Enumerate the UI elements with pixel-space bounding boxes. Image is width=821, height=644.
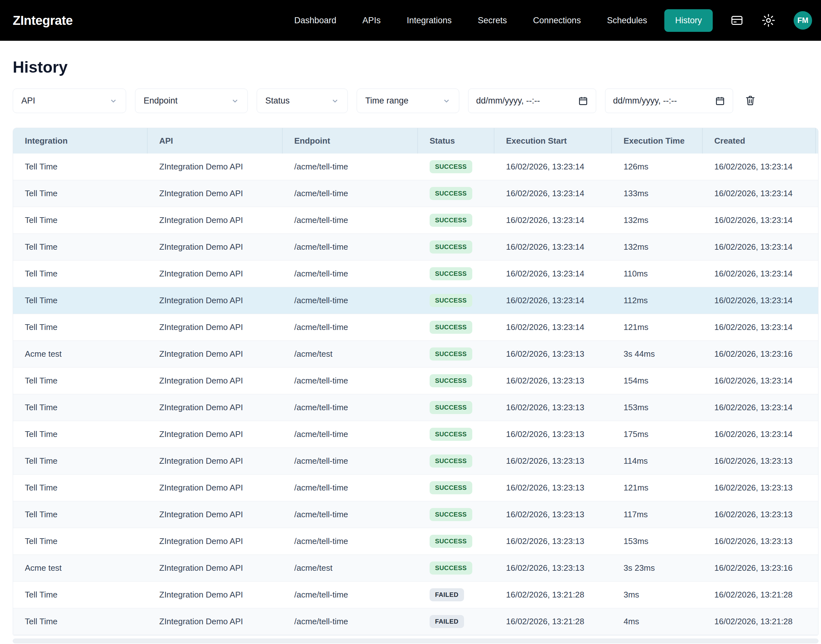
cell-time: 133ms: [612, 189, 703, 198]
cell-endpoint: /acme/test: [282, 563, 418, 573]
table-row[interactable]: Tell TimeZIntegration Demo API/acme/tell…: [13, 421, 818, 448]
cell-start: 16/02/2026, 13:21:28: [494, 616, 612, 627]
cell-time: 3s 44ms: [612, 349, 703, 359]
table-row[interactable]: Tell TimeZIntegration Demo API/acme/tell…: [13, 475, 818, 501]
table-row[interactable]: Tell TimeZIntegration Demo API/acme/tell…: [13, 314, 818, 341]
cell-status: SUCCESS: [418, 294, 494, 307]
cell-time: 117ms: [612, 510, 703, 520]
cell-integration: Tell Time: [13, 162, 147, 172]
calendar-icon: [715, 96, 725, 106]
cell-start: 16/02/2026, 13:23:13: [494, 536, 612, 546]
status-badge: SUCCESS: [430, 535, 472, 548]
table-row[interactable]: Tell TimeZIntegration Demo API/acme/tell…: [13, 501, 818, 528]
cell-created: 16/02/2026, 13:23:16: [703, 563, 816, 573]
cell-start: 16/02/2026, 13:23:13: [494, 483, 612, 493]
column-header-execution-start: Execution Start: [494, 128, 612, 153]
avatar[interactable]: FM: [793, 11, 812, 30]
cell-integration: Acme test: [13, 563, 147, 573]
nav-item-apis[interactable]: APIs: [362, 15, 381, 26]
table-row[interactable]: Tell TimeZIntegration Demo API/acme/tell…: [13, 207, 818, 234]
api-filter-select[interactable]: API: [13, 89, 126, 113]
cell-time: 175ms: [612, 429, 703, 439]
cell-integration: Tell Time: [13, 376, 147, 386]
cell-created: 16/02/2026, 13:23:14: [703, 322, 816, 332]
endpoint-filter-select[interactable]: Endpoint: [135, 89, 248, 113]
cell-api: ZIntegration Demo API: [147, 269, 282, 279]
cell-integration: Acme test: [13, 349, 147, 359]
chevron-down-icon: [109, 97, 118, 105]
table-row[interactable]: Tell TimeZIntegration Demo API/acme/tell…: [13, 394, 818, 421]
cell-api: ZIntegration Demo API: [147, 189, 282, 198]
top-navbar: ZIntegrate DashboardAPIsIntegrationsSecr…: [0, 0, 821, 41]
nav-item-schedules[interactable]: Schedules: [607, 15, 647, 26]
cell-created: 16/02/2026, 13:21:28: [703, 616, 816, 627]
column-header-api: API: [147, 128, 282, 153]
history-table: Integration API Endpoint Status Executio…: [13, 128, 818, 635]
cell-endpoint: /acme/tell-time: [282, 429, 418, 439]
date-to-input[interactable]: dd/mm/yyyy, --:--: [605, 89, 733, 113]
cell-status: SUCCESS: [418, 160, 494, 173]
cell-endpoint: /acme/tell-time: [282, 376, 418, 386]
time-range-filter-select[interactable]: Time range: [357, 89, 459, 113]
table-row[interactable]: Tell TimeZIntegration Demo API/acme/tell…: [13, 528, 818, 555]
cell-status: SUCCESS: [418, 428, 494, 441]
cell-endpoint: /acme/tell-time: [282, 590, 418, 600]
brand-logo[interactable]: ZIntegrate: [13, 13, 73, 28]
cell-created: 16/02/2026, 13:23:13: [703, 456, 816, 466]
cell-created: 16/02/2026, 13:23:13: [703, 536, 816, 546]
cell-endpoint: /acme/test: [282, 349, 418, 359]
table-row[interactable]: Tell TimeZIntegration Demo API/acme/tell…: [13, 234, 818, 261]
table-row[interactable]: Tell TimeZIntegration Demo API/acme/tell…: [13, 581, 818, 608]
endpoint-filter-label: Endpoint: [144, 96, 178, 106]
cell-time: 121ms: [612, 322, 703, 332]
date-from-input[interactable]: dd/mm/yyyy, --:--: [468, 89, 596, 113]
cell-integration: Tell Time: [13, 269, 147, 279]
cell-api: ZIntegration Demo API: [147, 483, 282, 493]
table-row[interactable]: Tell TimeZIntegration Demo API/acme/tell…: [13, 261, 818, 287]
table-row[interactable]: Tell TimeZIntegration Demo API/acme/tell…: [13, 368, 818, 394]
cell-start: 16/02/2026, 13:23:13: [494, 563, 612, 573]
cell-status: SUCCESS: [418, 187, 494, 200]
status-badge: SUCCESS: [430, 561, 472, 575]
cell-created: 16/02/2026, 13:23:14: [703, 403, 816, 412]
status-filter-select[interactable]: Status: [257, 89, 348, 113]
cell-start: 16/02/2026, 13:23:14: [494, 296, 612, 305]
cell-integration: Tell Time: [13, 296, 147, 305]
table-row[interactable]: Acme testZIntegration Demo API/acme/test…: [13, 555, 818, 581]
horizontal-scrollbar[interactable]: [13, 639, 818, 643]
nav-item-connections[interactable]: Connections: [533, 15, 581, 26]
table-row[interactable]: Tell TimeZIntegration Demo API/acme/tell…: [13, 153, 818, 180]
server-icon[interactable]: [731, 14, 743, 27]
cell-endpoint: /acme/tell-time: [282, 483, 418, 493]
cell-status: SUCCESS: [418, 348, 494, 360]
table-row[interactable]: Tell TimeZIntegration Demo API/acme/tell…: [13, 287, 818, 314]
nav-item-history[interactable]: History: [664, 9, 713, 32]
table-row[interactable]: Tell TimeZIntegration Demo API/acme/tell…: [13, 608, 818, 635]
cell-time: 4ms: [612, 616, 703, 627]
status-badge: SUCCESS: [430, 241, 472, 253]
nav-item-integrations[interactable]: Integrations: [407, 15, 452, 26]
status-badge: FAILED: [430, 615, 464, 628]
table-row[interactable]: Tell TimeZIntegration Demo API/acme/tell…: [13, 180, 818, 207]
cell-api: ZIntegration Demo API: [147, 536, 282, 546]
cell-endpoint: /acme/tell-time: [282, 616, 418, 627]
cell-api: ZIntegration Demo API: [147, 510, 282, 520]
nav-item-secrets[interactable]: Secrets: [478, 15, 507, 26]
table-row[interactable]: Acme testZIntegration Demo API/acme/test…: [13, 341, 818, 368]
cell-status: FAILED: [418, 588, 494, 601]
status-badge: SUCCESS: [430, 481, 472, 494]
page-title: History: [13, 58, 821, 77]
nav-item-dashboard[interactable]: Dashboard: [294, 15, 336, 26]
status-badge: SUCCESS: [430, 321, 472, 334]
cell-start: 16/02/2026, 13:23:14: [494, 242, 612, 252]
clear-filters-button[interactable]: [742, 92, 758, 110]
gear-icon[interactable]: [762, 14, 775, 27]
cell-integration: Tell Time: [13, 215, 147, 225]
cell-status: SUCCESS: [418, 321, 494, 334]
cell-endpoint: /acme/tell-time: [282, 403, 418, 412]
cell-start: 16/02/2026, 13:23:13: [494, 510, 612, 520]
calendar-icon: [578, 96, 588, 106]
cell-api: ZIntegration Demo API: [147, 215, 282, 225]
cell-integration: Tell Time: [13, 403, 147, 412]
table-row[interactable]: Tell TimeZIntegration Demo API/acme/tell…: [13, 448, 818, 475]
